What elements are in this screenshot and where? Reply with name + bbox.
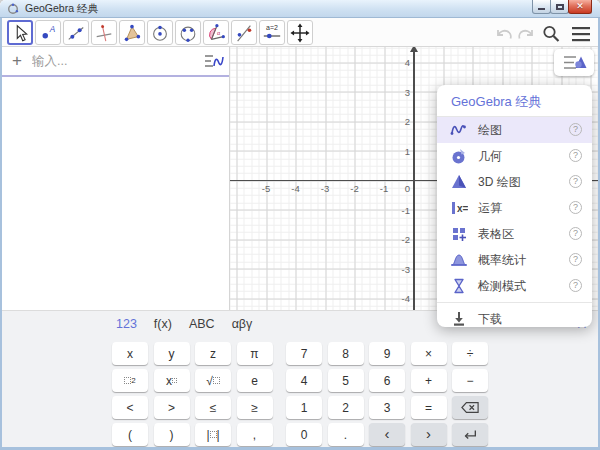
- menu-item-geometry[interactable]: 几何?: [437, 143, 592, 169]
- key-e[interactable]: e: [237, 369, 273, 392]
- key-1[interactable]: 1: [286, 396, 322, 419]
- key-z[interactable]: z: [195, 342, 231, 365]
- key-lt[interactable]: <: [112, 396, 148, 419]
- maximize-button[interactable]: [550, 0, 569, 14]
- title-bar[interactable]: GeoGebra 经典 ✕: [0, 0, 600, 18]
- key-8[interactable]: 8: [328, 342, 364, 365]
- y-tick-label: -4: [390, 293, 410, 304]
- minimize-button[interactable]: [532, 0, 551, 14]
- polygon-tool-button[interactable]: [119, 20, 145, 45]
- keyboard-tab-fx[interactable]: f(x): [154, 317, 172, 331]
- key-rparen[interactable]: ): [154, 423, 190, 446]
- help-icon[interactable]: ?: [569, 123, 582, 136]
- main-menu-button[interactable]: [570, 25, 592, 43]
- key-6[interactable]: 6: [369, 369, 405, 392]
- slider-tool-button[interactable]: a=2: [259, 20, 285, 45]
- graphics-stylebar-button[interactable]: [554, 49, 594, 76]
- key-0[interactable]: 0: [286, 423, 322, 446]
- help-icon[interactable]: ?: [569, 175, 582, 188]
- help-icon[interactable]: ?: [569, 149, 582, 162]
- add-input-button[interactable]: +: [2, 51, 32, 71]
- point-tool-button[interactable]: A: [35, 20, 61, 45]
- y-tick-label: 1: [390, 146, 410, 157]
- conic-points-icon: [178, 23, 198, 43]
- key-x[interactable]: x: [112, 342, 148, 365]
- menu-item-cas[interactable]: x=运算?: [437, 195, 592, 221]
- window-title: GeoGebra 经典: [25, 2, 98, 16]
- circle-tool-button[interactable]: [147, 20, 173, 45]
- close-button[interactable]: ✕: [568, 0, 592, 14]
- geogebra-logo-icon: [7, 3, 19, 15]
- undo-button[interactable]: [494, 25, 516, 43]
- toolbar: A α a=2: [2, 18, 598, 47]
- menu-item-probability[interactable]: 概率统计?: [437, 247, 592, 273]
- key-ge[interactable]: ≥: [237, 396, 273, 419]
- menu-item-download[interactable]: 下载: [437, 306, 592, 332]
- key-minus[interactable]: −: [452, 369, 488, 392]
- key-sq[interactable]: 2: [112, 369, 148, 392]
- key-le[interactable]: ≤: [195, 396, 231, 419]
- help-icon[interactable]: ?: [569, 279, 582, 292]
- help-icon[interactable]: ?: [569, 227, 582, 240]
- key-enter[interactable]: [452, 423, 488, 446]
- key-right[interactable]: ›: [411, 423, 447, 446]
- key-times[interactable]: ×: [411, 342, 447, 365]
- perpendicular-line-tool-button[interactable]: [91, 20, 117, 45]
- key-7[interactable]: 7: [286, 342, 322, 365]
- probability-icon: [450, 251, 468, 269]
- redo-icon: [515, 27, 535, 42]
- key-plus[interactable]: +: [411, 369, 447, 392]
- angle-tool-button[interactable]: α: [203, 20, 229, 45]
- key-4[interactable]: 4: [286, 369, 322, 392]
- algebra-panel: +: [2, 47, 230, 310]
- menu-item-graphing[interactable]: 绘图?: [437, 117, 592, 143]
- key-backspace[interactable]: [452, 396, 488, 419]
- menu-item-spreadsheet[interactable]: 表格区?: [437, 221, 592, 247]
- circle-center-icon: [150, 23, 170, 43]
- key-gt[interactable]: >: [154, 396, 190, 419]
- pan-view-tool-button[interactable]: [287, 20, 313, 45]
- search-button[interactable]: [540, 25, 562, 43]
- help-icon[interactable]: ?: [569, 253, 582, 266]
- reflect-tool-button[interactable]: [231, 20, 257, 45]
- key-comma[interactable]: ,: [237, 423, 273, 446]
- key-2[interactable]: 2: [328, 396, 364, 419]
- line-tool-button[interactable]: [63, 20, 89, 45]
- slider-icon: [262, 31, 282, 41]
- help-icon[interactable]: ?: [569, 201, 582, 214]
- x-tick-label: -4: [287, 183, 305, 194]
- input-options-button[interactable]: [199, 53, 229, 69]
- geogebra-window: GeoGebra 经典 ✕ A α: [0, 0, 600, 450]
- move-view-icon: [290, 23, 310, 43]
- menu-item-exam[interactable]: 检测模式?: [437, 273, 592, 299]
- menu-item-label: 几何: [478, 148, 502, 165]
- y-axis: [413, 49, 415, 310]
- key-9[interactable]: 9: [369, 342, 405, 365]
- key-left[interactable]: ‹: [369, 423, 405, 446]
- move-tool-button[interactable]: [7, 20, 33, 45]
- key-pi[interactable]: π: [237, 342, 273, 365]
- svg-text:A: A: [49, 25, 56, 34]
- key-3[interactable]: 3: [369, 396, 405, 419]
- app-menu-panel: GeoGebra 经典 绘图?几何?3D 绘图?x=运算?表格区?概率统计?检测…: [437, 85, 592, 327]
- menu-item-graphing3d[interactable]: 3D 绘图?: [437, 169, 592, 195]
- keyboard-tab-123[interactable]: 123: [116, 317, 137, 331]
- algebra-input[interactable]: [32, 54, 199, 68]
- keyboard-tab-abc[interactable]: ABC: [189, 317, 215, 331]
- y-tick-label: 3: [390, 87, 410, 98]
- key-abs[interactable]: ||: [195, 423, 231, 446]
- key-dot[interactable]: .: [328, 423, 364, 446]
- key-5[interactable]: 5: [328, 369, 364, 392]
- key-y[interactable]: y: [154, 342, 190, 365]
- keyboard-tab-[interactable]: αβγ: [232, 317, 253, 331]
- menu-header: GeoGebra 经典: [437, 91, 592, 113]
- conic-tool-button[interactable]: [175, 20, 201, 45]
- line-icon: [66, 23, 86, 43]
- key-eq[interactable]: =: [411, 396, 447, 419]
- key-pow[interactable]: x: [154, 369, 190, 392]
- redo-button[interactable]: [514, 25, 536, 43]
- key-divide[interactable]: ÷: [452, 342, 488, 365]
- key-sqrt[interactable]: √: [195, 369, 231, 392]
- key-lparen[interactable]: (: [112, 423, 148, 446]
- graphing3d-icon: [450, 173, 468, 191]
